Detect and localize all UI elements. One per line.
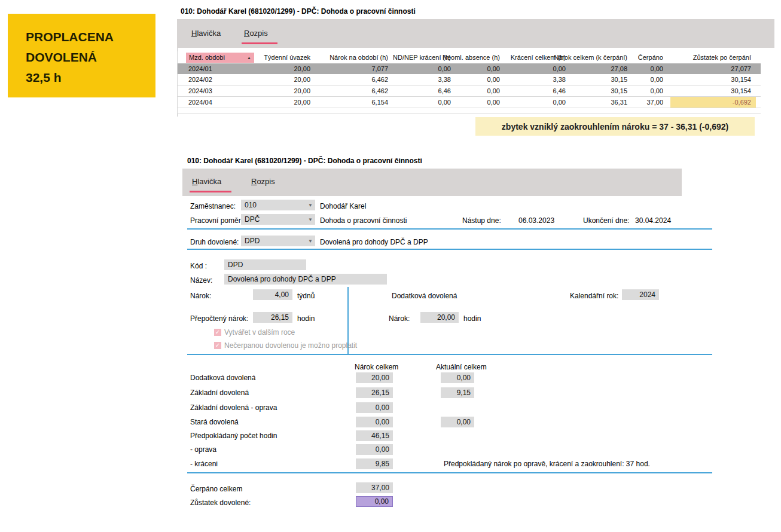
checkbox-vytvaret-v-dalsim-roce[interactable]: ✓ xyxy=(214,329,221,336)
cell-tydenni-uvazek: 20,00 xyxy=(255,85,318,96)
kod-label: Kód : xyxy=(190,262,207,270)
prepocteny-narok-input[interactable]: 26,15 xyxy=(253,312,292,323)
tab-rozpis[interactable]: Rozpis xyxy=(251,177,275,186)
summary-row-label: Základní dovolená xyxy=(190,389,249,397)
summary-row-label: Předpokládaný počet hodin xyxy=(190,432,277,440)
column-header-narok-celkem[interactable]: Nárok celkem (k čerpání) xyxy=(573,51,634,63)
active-tab-underline xyxy=(242,42,277,44)
summary-narok-input[interactable]: 26,15 xyxy=(356,387,393,398)
zamestnanec-value: 010 xyxy=(245,201,257,209)
column-header-cerpano[interactable]: Čerpáno xyxy=(634,51,670,63)
separator-line xyxy=(187,354,712,355)
dodatkova-narok-input[interactable]: 20,00 xyxy=(420,312,459,323)
cell-ndnep-kraceni: 6,46 xyxy=(395,85,458,96)
cell-narok-na-obdobi: 7,077 xyxy=(318,63,395,74)
column-header-label: Mzd. obdobi xyxy=(189,54,225,61)
tab-hlavicka-initial: H xyxy=(192,177,197,186)
pracovni-pomer-name: Dohoda o pracovní činnosti xyxy=(320,216,407,225)
cell-mzd-obdobi: 2024/02 xyxy=(178,74,255,85)
checkbox2-label: Nečerpanou dovolenou je možno proplatit xyxy=(224,341,357,350)
pracovni-pomer-dropdown[interactable]: DPČ ▼ xyxy=(241,214,315,225)
cell-neoml-absence: 0,00 xyxy=(458,63,507,74)
druh-dovolene-name: Dovolená pro dohody DPČ a DPP xyxy=(320,238,428,246)
zustatek-dovolene-label: Zůstatek dovolené: xyxy=(190,499,251,507)
cell-neoml-absence: 0,00 xyxy=(458,74,507,85)
cell-narok-celkem: 30,15 xyxy=(573,74,634,85)
druh-dovolene-label: Druh dovolené: xyxy=(190,238,239,246)
dodatkova-narok-label: Nárok: xyxy=(389,314,410,323)
screen: PROPLACENA DOVOLENÁ 32,5 h 010: Dohodář … xyxy=(0,0,781,532)
druh-dovolene-dropdown[interactable]: DPD ▼ xyxy=(241,236,315,246)
zamestnanec-name: Dohodář Karel xyxy=(320,202,366,210)
nastup-dne-value: 06.03.2023 xyxy=(518,216,554,225)
cell-tydenni-uvazek: 20,00 xyxy=(255,74,318,85)
summary-narok-input[interactable]: 0,00 xyxy=(356,402,393,413)
cell-tydenni-uvazek: 20,00 xyxy=(255,63,318,74)
summary-row-label: Stará dovolená xyxy=(190,418,239,426)
table-row-2024-01[interactable]: 2024/01 20,00 7,077 0,00 0,00 0,00 27,08… xyxy=(178,63,761,74)
column-header-mzd-obdobi[interactable]: Mzd. obdobi ▲ xyxy=(178,51,255,63)
rozpis-panel-title: 010: Dohodář Karel (681020/1299) - DPČ: … xyxy=(181,7,416,16)
hlavicka-tabbar: Hlavička Rozpis xyxy=(182,169,682,196)
summary-narok-input[interactable]: 20,00 xyxy=(356,372,393,383)
summary-narok-input[interactable]: 0,00 xyxy=(356,417,393,427)
table-row-2024-04[interactable]: 2024/04 20,00 6,154 0,00 0,00 0,00 36,31… xyxy=(178,97,761,108)
dropdown-arrow-icon: ▼ xyxy=(308,203,313,208)
tab-hlavicka-rest: lavička xyxy=(197,29,221,38)
summary-narok-input[interactable]: 46,15 xyxy=(356,430,393,441)
separator-line xyxy=(187,249,712,250)
dropdown-arrow-icon: ▼ xyxy=(308,217,313,222)
column-header-tydenni-uvazek[interactable]: Týdenní úvazek xyxy=(255,51,318,63)
cell-mzd-obdobi: 2024/01 xyxy=(178,63,255,74)
checkbox-necerpanou-proplatit[interactable]: ✓ xyxy=(214,342,221,349)
aktualni-celkem-header: Aktuální celkem xyxy=(436,363,487,371)
tab-rozpis-rest: ozpis xyxy=(249,29,267,38)
cerpano-celkem-input[interactable]: 37,00 xyxy=(356,482,393,493)
cell-ndnep-kraceni: 0,00 xyxy=(395,97,458,108)
cell-ndnep-kraceni: 3,38 xyxy=(395,74,458,85)
narok-unit: týdnů xyxy=(297,292,315,300)
cell-mzd-obdobi: 2024/04 xyxy=(178,97,255,108)
kalendarni-rok-input[interactable]: 2024 xyxy=(622,289,659,300)
narok-input[interactable]: 4,00 xyxy=(253,289,292,300)
narok-label: Nárok: xyxy=(190,292,211,300)
table-row-2024-03[interactable]: 2024/03 20,00 6,462 6,46 0,00 6,46 30,15… xyxy=(178,85,761,97)
zamestnanec-dropdown[interactable]: 010 ▼ xyxy=(241,200,315,210)
expected-entitlement-note: Předpokládaný nárok po opravě, krácení a… xyxy=(444,460,650,468)
column-header-narok-na-obdobi[interactable]: Nárok na období (h) xyxy=(318,51,395,63)
summary-narok-input[interactable]: 9,85 xyxy=(356,458,393,469)
column-header-neoml-absence[interactable]: Neoml. absence (h) xyxy=(458,51,507,63)
tab-hlavicka[interactable]: Hlavička xyxy=(192,177,221,186)
nazev-input[interactable]: Dovolená pro dohody DPČ a DPP xyxy=(224,274,387,285)
cell-zustatek: 30,154 xyxy=(670,74,756,85)
summary-aktualni-input[interactable]: 9,15 xyxy=(441,387,474,398)
summary-narok-input[interactable]: 0,00 xyxy=(356,444,393,455)
sorted-column-header: Mzd. obdobi ▲ xyxy=(186,53,254,63)
prepocteny-narok-label: Přepočtený nárok: xyxy=(190,314,248,323)
pracovni-pomer-value: DPČ xyxy=(245,215,260,224)
kalendarni-rok-label: Kalendářní rok: xyxy=(570,292,618,300)
dodatkova-narok-unit: hodin xyxy=(463,314,481,323)
cell-mzd-obdobi: 2024/03 xyxy=(178,85,255,96)
zustatek-dovolene-input[interactable]: 0,00 xyxy=(356,496,393,507)
checkmark-icon: ✓ xyxy=(215,329,220,335)
note-line-2: DOVOLENÁ xyxy=(26,47,155,68)
tab-hlavicka[interactable]: Hlavička xyxy=(191,29,221,38)
pracovni-pomer-label: Pracovní poměr: xyxy=(190,216,243,225)
cell-tydenni-uvazek: 20,00 xyxy=(255,97,318,108)
cell-zustatek: 30,154 xyxy=(670,85,756,96)
summary-aktualni-input[interactable]: 0,00 xyxy=(441,417,474,427)
summary-aktualni-input[interactable]: 0,00 xyxy=(441,372,474,383)
cell-neoml-absence: 0,00 xyxy=(458,85,507,96)
summary-row-label: Základní dovolená - oprava xyxy=(190,403,277,412)
table-row-2024-02[interactable]: 2024/02 20,00 6,462 3,38 0,00 3,38 30,15… xyxy=(178,74,761,85)
cell-narok-na-obdobi: 6,154 xyxy=(318,97,395,108)
cell-narok-celkem: 30,15 xyxy=(573,85,634,96)
tab-rozpis[interactable]: Rozpis xyxy=(244,29,268,38)
kod-input[interactable]: DPD xyxy=(224,259,306,270)
column-header-zustatek[interactable]: Zůstatek po čerpání xyxy=(670,51,756,63)
note-line-3: 32,5 h xyxy=(26,68,155,88)
rozpis-panel: 010: Dohodář Karel (681020/1299) - DPČ: … xyxy=(177,5,775,136)
tab-rozpis-rest: ozpis xyxy=(257,177,274,186)
rozpis-tabbar: Hlavička Rozpis xyxy=(177,19,774,48)
